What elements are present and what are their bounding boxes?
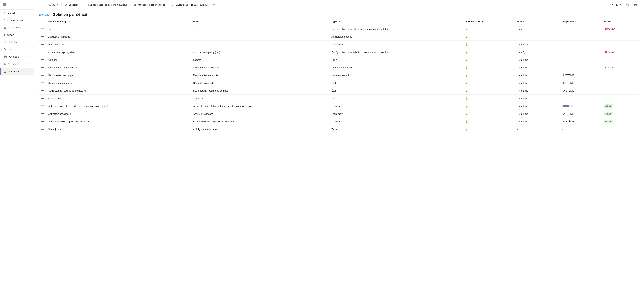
row-nom-affichage-10: Carte d'action [47,95,192,102]
row-options-4: ••• [38,48,47,56]
afficher-button[interactable]: ⛓ Afficher les dépendances [132,2,167,7]
row-nom-affichage-2: Application Ribbons [47,33,192,41]
table-row: •••Reconnecter le compte ⧉Reconnecter le… [38,71,640,79]
table-row: •••Activer la contestation si Lancer con… [38,102,640,110]
publish-icon: ⊡ [85,3,87,6]
sidebar-item-donnees[interactable]: ⊡ Données ∨ [0,38,34,46]
col-select [38,18,47,25]
nav-icon-ai-builder: ◈ [4,62,6,66]
row-nom-11: Activer la contestation si Lancer contes… [192,102,330,110]
row-modifie-14: - [515,125,561,133]
row-statut-9: - [602,87,640,95]
row-type-4: Configuration des attributs du composant… [330,48,463,56]
chevron-icon-chatbots: ∨ [29,55,31,58]
row-statut-14: - [602,125,640,133]
sidebar: ☰ ⌂ Accueil □ En savoir plus ⊞ Applicati… [0,0,34,289]
row-more-button[interactable]: ••• [40,42,45,46]
row-type-8: État [330,79,463,87]
sidebar-item-creer[interactable]: + Créer [0,31,34,38]
row-proprietaire-4: - [561,48,602,56]
row-more-button[interactable]: ••• [40,119,45,124]
row-modifie-11: Il y a 1 mo [515,102,561,110]
row-nom-1: - [192,25,330,33]
lock-icon: 🔒 [465,128,468,131]
row-nom-6: Gestionnaire de compte [192,64,330,71]
row-more-button[interactable]: ••• [40,27,45,31]
nav-label-applications: Applications [8,26,22,29]
row-more-button[interactable]: ••• [40,81,45,85]
external-link-icon: ⧉ [71,82,72,84]
search-label: Recher [630,3,638,6]
row-statut-8: - [602,79,640,87]
publier-button[interactable]: ⊡ Publier toutes les personnalisations [83,2,129,8]
sidebar-item-applications[interactable]: ⊞ Applications [0,24,34,31]
separator-2 [81,3,81,7]
row-proprietaire-3: - [561,41,602,48]
row-modifie-13: Il y a 1 mo [515,118,561,125]
row-nom-affichage-7: Reconnecter le compte ⧉ [47,71,192,79]
row-more-button[interactable]: ••• [40,58,45,62]
lock-icon: 🔒 [465,51,468,54]
dependencies-icon: ⛓ [134,3,137,6]
nav-label-accueil: Accueil [7,12,16,15]
breadcrumb-current: Solution par défaut [53,12,87,17]
row-more-button[interactable]: ••• [40,35,45,39]
lock-icon: 🔒 [465,112,468,115]
table-row: •••ComptecompteTable🔒Il y a 1 mo-- [38,56,640,64]
afficher-label: Afficher les dépendances [138,3,165,6]
switch-icon: ⇄ [172,3,175,6]
nav-icon-creer: + [4,33,5,36]
row-more-button[interactable]: ••• [40,112,45,116]
more-button[interactable]: ••• [211,2,218,7]
row-options-1: ••• [38,25,47,33]
row-options-10: ••• [38,95,47,102]
row-more-button[interactable]: ••• [40,96,45,100]
row-gere-11: 🔒 [464,102,515,110]
row-more-button[interactable]: ••• [40,73,45,77]
row-more-button[interactable]: ••• [40,89,45,93]
sidebar-item-solutions[interactable]: ◻ Solutions [0,68,34,75]
filter-button[interactable]: ≡ Tou ∨ [610,2,623,7]
chevron-down-icon: ∨ [56,3,58,6]
row-gere-4: 🔒 [464,48,515,56]
lock-icon: 🔒 [465,120,468,123]
row-statut-2: - [602,33,640,41]
row-more-button[interactable]: ••• [40,50,45,54]
lock-icon: 🔒 [465,35,468,38]
progress-bar [562,105,574,107]
row-proprietaire-10: - [561,95,602,102]
row-proprietaire-6: - [561,64,602,71]
sidebar-item-accueil[interactable]: ⌂ Accueil [0,9,34,17]
status-badge: Activé [604,112,613,115]
table-header: Nom d'affichage ∨NomType ∨Géré en extern… [38,18,640,25]
nav-label-solutions: Solutions [8,70,20,73]
row-nom-14: activitymimeattachment [192,125,330,133]
hamburger-icon[interactable]: ☰ [3,3,6,6]
table-row: •••Application Ribbons-Application ribbo… [38,33,640,41]
sidebar-item-en-savoir-plus[interactable]: □ En savoir plus [0,17,34,24]
nav-label-flux: Flux [8,48,13,51]
row-more-button[interactable]: ••• [40,65,45,70]
progress-bar-wrap [562,105,601,107]
search-button[interactable]: 🔍 Recher [624,2,640,7]
col-header-modifie: Modifié [515,18,561,25]
sidebar-item-ai-builder[interactable]: ◈ AI Builder ∨ [0,60,34,68]
row-more-button[interactable]: ••• [40,127,45,131]
row-more-button[interactable]: ••• [40,104,45,108]
exporter-button[interactable]: ↗ Exporter [63,2,80,8]
breadcrumb-parent[interactable]: Solutions [38,13,49,16]
external-link-icon: ⧉ [62,43,64,46]
col-header-statut: Statut [602,18,640,25]
nouveau-button[interactable]: ＋ + Nouveau ∨ [38,2,60,8]
sidebar-header[interactable]: ☰ [0,0,34,9]
col-header-type[interactable]: Type ∨ [330,18,463,25]
nav-icon-en-savoir-plus: □ [4,19,6,22]
table-row: •••ActivateProcesses ⧉ActivateProcessesT… [38,110,640,118]
col-header-nom-affichage[interactable]: Nom d'affichage ∨ [47,18,192,25]
breadcrumb-separator: › [51,13,52,16]
nav-icon-applications: ⊞ [4,26,6,29]
row-modifie-9: Il y a 1 mo [515,87,561,95]
basculer-button[interactable]: ⇄ Basculer vers la vue classique [170,2,210,8]
sidebar-item-flux[interactable]: ↻ Flux [0,46,34,53]
sidebar-item-chatbots[interactable]: 💬 Chatbots ∨ [0,53,34,60]
